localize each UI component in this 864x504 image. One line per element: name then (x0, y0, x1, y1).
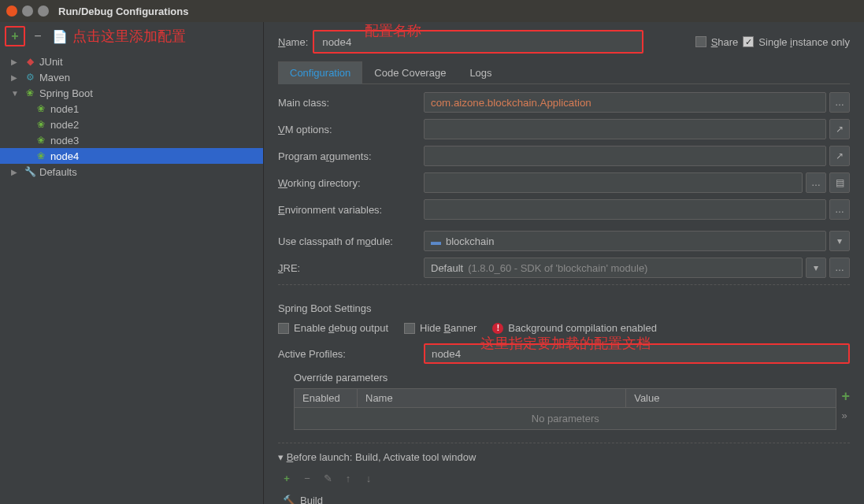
window-min-icon[interactable] (22, 6, 33, 17)
checkbox-icon (695, 36, 706, 47)
window-title: Run/Debug Configurations (58, 6, 188, 17)
th-value: Value (626, 389, 836, 407)
classpath-select[interactable]: ▬ blockchain (424, 231, 826, 251)
enable-debug-checkbox[interactable]: Enable debug output (278, 322, 388, 334)
table-empty-text: No parameters (295, 408, 836, 429)
name-label: Name: (278, 36, 308, 48)
expand-vm-button[interactable]: ↗ (829, 119, 850, 139)
add-param-button[interactable]: + (841, 388, 850, 405)
bl-remove-button[interactable]: − (299, 469, 316, 487)
build-task-item[interactable]: 🔨 Build (278, 493, 850, 504)
checkbox-icon (278, 323, 289, 334)
hammer-icon: 🔨 (283, 495, 295, 504)
spring-icon: ❀ (35, 102, 47, 115)
tree-maven[interactable]: ▶⚙ Maven (0, 69, 263, 85)
classpath-dropdown-button[interactable]: ▾ (829, 231, 850, 251)
spring-icon: ❀ (35, 134, 47, 146)
vm-options-input[interactable] (424, 119, 826, 139)
program-args-input[interactable] (424, 146, 826, 166)
tree-defaults[interactable]: ▶🔧 Defaults (0, 164, 263, 180)
wrench-icon: 🔧 (24, 165, 36, 178)
bl-add-button[interactable]: + (278, 469, 295, 487)
config-tree: ▶◆ JUnit ▶⚙ Maven ▼❀ Spring Boot ❀ node1… (0, 50, 263, 504)
config-form: Main class: … VM options: ↗ Program argu… (278, 84, 850, 504)
working-dir-label: Working directory: (278, 177, 416, 189)
tab-logs[interactable]: Logs (458, 61, 503, 83)
env-vars-input[interactable] (424, 199, 826, 220)
tree-node2[interactable]: ❀ node2 (0, 117, 263, 132)
env-vars-label: Environment variables: (278, 204, 416, 216)
tree-node3[interactable]: ❀ node3 (0, 132, 263, 148)
override-table: Enabled Name Value No parameters (294, 388, 836, 430)
hide-banner-checkbox[interactable]: Hide Banner (404, 322, 476, 334)
error-icon: ! (492, 323, 503, 334)
vm-options-label: VM options: (278, 124, 416, 135)
tab-code-coverage[interactable]: Code Coverage (362, 61, 458, 83)
window-titlebar: Run/Debug Configurations (0, 0, 864, 22)
tab-bar: Configuration Code Coverage Logs (278, 61, 850, 84)
jre-select[interactable]: Default (1.8.0_60 - SDK of 'blockchain' … (424, 258, 803, 278)
main-class-input[interactable] (424, 92, 826, 113)
content-panel: 配置名称 Name: Share ✓ Single instance only … (264, 22, 864, 504)
add-configuration-button[interactable]: + (5, 26, 25, 46)
jre-label: JRE: (278, 262, 416, 274)
tree-junit[interactable]: ▶◆ JUnit (0, 54, 263, 69)
expand-table-button[interactable]: » (841, 410, 850, 421)
list-dir-button[interactable]: ▤ (829, 172, 850, 193)
expand-args-button[interactable]: ↗ (829, 146, 850, 166)
bl-edit-button[interactable]: ✎ (319, 469, 336, 487)
jre-dropdown-button[interactable]: ▾ (806, 258, 826, 278)
sidebar: + − 📄 点击这里添加配置 ▶◆ JUnit ▶⚙ Maven ▼❀ Spri… (0, 22, 264, 504)
th-enabled: Enabled (295, 389, 358, 407)
tab-configuration[interactable]: Configuration (278, 61, 362, 84)
bg-compile-status: ! Background compilation enabled (492, 322, 657, 334)
th-name: Name (358, 389, 626, 407)
checkbox-icon: ✓ (743, 36, 754, 47)
share-checkbox[interactable]: Share (695, 36, 739, 48)
maven-icon: ⚙ (24, 71, 36, 83)
browse-class-button[interactable]: … (829, 92, 850, 113)
spring-icon: ❀ (35, 150, 47, 162)
annotation-add-tip: 点击这里添加配置 (72, 27, 186, 46)
jre-browse-button[interactable]: … (829, 258, 850, 278)
program-args-label: Program arguments: (278, 150, 416, 162)
main-class-label: Main class: (278, 97, 416, 109)
env-vars-button[interactable]: … (829, 199, 850, 220)
copy-button[interactable]: 📄 (50, 27, 69, 46)
window-max-icon[interactable] (38, 6, 49, 17)
tree-spring-boot[interactable]: ▼❀ Spring Boot (0, 85, 263, 101)
remove-button[interactable]: − (28, 27, 47, 46)
tree-node4[interactable]: ❀ node4 (0, 148, 263, 164)
window-close-icon[interactable] (6, 6, 17, 17)
active-profiles-label: Active Profiles: (278, 348, 416, 360)
browse-dir-button[interactable]: … (806, 172, 826, 193)
spring-settings-title: Spring Boot Settings (278, 302, 850, 314)
junit-icon: ◆ (24, 55, 36, 68)
classpath-label: Use classpath of module: (278, 235, 416, 247)
bl-down-button[interactable]: ↓ (360, 469, 377, 487)
tree-node1[interactable]: ❀ node1 (0, 101, 263, 117)
spring-icon: ❀ (24, 87, 36, 99)
name-input[interactable] (313, 30, 643, 54)
spring-icon: ❀ (35, 118, 47, 131)
working-dir-input[interactable] (424, 172, 803, 193)
bl-up-button[interactable]: ↑ (339, 469, 357, 487)
single-instance-checkbox[interactable]: ✓ Single instance only (743, 36, 850, 48)
active-profiles-input[interactable] (424, 343, 850, 364)
before-launch-title[interactable]: ▾ Before launch: Build, Activate tool wi… (278, 451, 850, 463)
override-params-title: Override parameters (294, 372, 850, 384)
sidebar-toolbar: + − 📄 点击这里添加配置 (0, 22, 263, 50)
checkbox-icon (404, 323, 415, 334)
